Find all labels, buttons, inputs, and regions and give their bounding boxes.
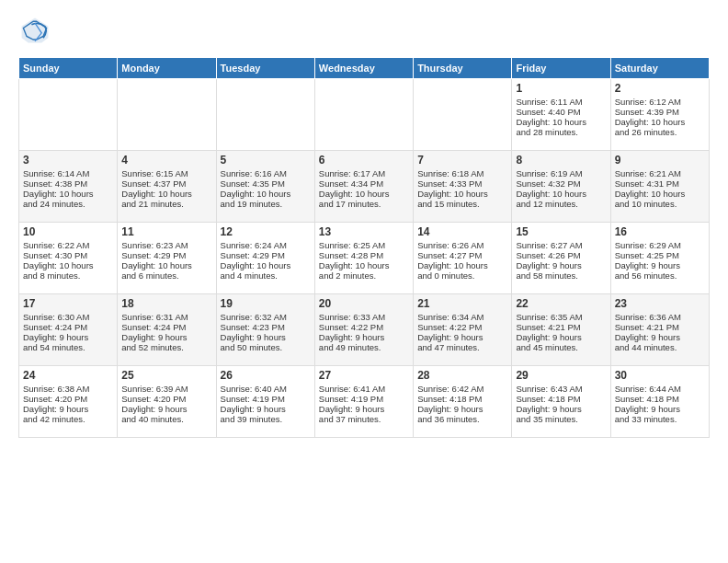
day-cell: 19Sunrise: 6:32 AMSunset: 4:23 PMDayligh… xyxy=(216,294,314,366)
day-cell xyxy=(19,79,118,151)
day-info-line: Sunrise: 6:26 AM xyxy=(417,240,507,250)
day-info-line: and 37 minutes. xyxy=(319,414,409,424)
day-info-line: Daylight: 10 hours xyxy=(319,189,409,199)
day-info-line: Sunset: 4:18 PM xyxy=(516,394,606,404)
day-cell: 23Sunrise: 6:36 AMSunset: 4:21 PMDayligh… xyxy=(610,294,709,366)
day-number: 9 xyxy=(615,154,705,167)
day-info-line: Daylight: 9 hours xyxy=(417,332,507,342)
day-info-line: Sunset: 4:20 PM xyxy=(121,394,211,404)
page: SundayMondayTuesdayWednesdayThursdayFrid… xyxy=(0,0,728,563)
day-info-line: Daylight: 9 hours xyxy=(221,404,311,414)
day-info-line: Daylight: 9 hours xyxy=(319,332,409,342)
day-cell: 27Sunrise: 6:41 AMSunset: 4:19 PMDayligh… xyxy=(314,366,413,438)
day-info-line: Sunset: 4:39 PM xyxy=(615,107,705,117)
day-info-line: Daylight: 10 hours xyxy=(615,117,705,127)
day-info-line: Daylight: 9 hours xyxy=(516,260,606,270)
day-number: 6 xyxy=(319,154,409,167)
day-cell: 22Sunrise: 6:35 AMSunset: 4:21 PMDayligh… xyxy=(512,294,610,366)
day-info-line: Sunset: 4:21 PM xyxy=(516,322,606,332)
day-info-line: Sunset: 4:35 PM xyxy=(221,178,311,189)
day-info-line: Daylight: 10 hours xyxy=(516,117,606,127)
day-cell: 29Sunrise: 6:43 AMSunset: 4:18 PMDayligh… xyxy=(512,366,610,438)
day-info-line: Sunset: 4:22 PM xyxy=(319,322,409,332)
day-info-line: Sunrise: 6:14 AM xyxy=(23,168,113,178)
day-info-line: Sunrise: 6:17 AM xyxy=(319,168,409,178)
day-cell xyxy=(414,79,512,151)
day-number: 15 xyxy=(516,225,606,238)
day-info-line: and 2 minutes. xyxy=(319,270,409,281)
day-number: 26 xyxy=(221,369,311,382)
weekday-header-row: SundayMondayTuesdayWednesdayThursdayFrid… xyxy=(19,58,710,79)
day-info-line: and 6 minutes. xyxy=(121,270,211,281)
day-info-line: and 33 minutes. xyxy=(615,414,705,424)
day-info-line: and 0 minutes. xyxy=(417,270,507,281)
day-cell: 5Sunrise: 6:16 AMSunset: 4:35 PMDaylight… xyxy=(216,151,314,223)
day-number: 24 xyxy=(23,369,113,382)
day-info-line: Sunrise: 6:36 AM xyxy=(615,312,705,322)
day-cell: 4Sunrise: 6:15 AMSunset: 4:37 PMDaylight… xyxy=(118,151,216,223)
day-cell: 25Sunrise: 6:39 AMSunset: 4:20 PMDayligh… xyxy=(118,366,216,438)
day-cell: 21Sunrise: 6:34 AMSunset: 4:22 PMDayligh… xyxy=(414,294,512,366)
day-info-line: and 39 minutes. xyxy=(221,414,311,424)
day-info-line: and 52 minutes. xyxy=(121,342,211,352)
day-info-line: Daylight: 9 hours xyxy=(516,332,606,342)
day-info-line: Sunset: 4:29 PM xyxy=(121,250,211,260)
day-info-line: and 4 minutes. xyxy=(221,270,311,281)
day-number: 25 xyxy=(121,369,211,382)
day-info-line: and 47 minutes. xyxy=(417,342,507,352)
week-row-4: 17Sunrise: 6:30 AMSunset: 4:24 PMDayligh… xyxy=(19,294,710,366)
day-info-line: Sunrise: 6:27 AM xyxy=(516,240,606,250)
day-number: 19 xyxy=(221,297,311,310)
day-info-line: Sunset: 4:18 PM xyxy=(615,394,705,404)
weekday-header-wednesday: Wednesday xyxy=(314,58,413,79)
day-info-line: and 50 minutes. xyxy=(221,342,311,352)
day-info-line: Sunrise: 6:35 AM xyxy=(516,312,606,322)
day-cell: 12Sunrise: 6:24 AMSunset: 4:29 PMDayligh… xyxy=(216,223,314,294)
day-info-line: Sunrise: 6:33 AM xyxy=(319,312,409,322)
day-cell: 15Sunrise: 6:27 AMSunset: 4:26 PMDayligh… xyxy=(512,223,610,294)
day-info-line: and 42 minutes. xyxy=(23,414,113,424)
day-info-line: Sunrise: 6:24 AM xyxy=(221,240,311,250)
day-info-line: and 19 minutes. xyxy=(221,199,311,209)
day-number: 22 xyxy=(516,297,606,310)
day-info-line: Sunset: 4:25 PM xyxy=(615,250,705,260)
day-number: 7 xyxy=(417,154,507,167)
day-info-line: Sunrise: 6:32 AM xyxy=(221,312,311,322)
day-info-line: Sunset: 4:21 PM xyxy=(615,322,705,332)
day-number: 11 xyxy=(121,225,211,238)
day-info-line: Daylight: 10 hours xyxy=(121,189,211,199)
day-cell: 2Sunrise: 6:12 AMSunset: 4:39 PMDaylight… xyxy=(610,79,709,151)
day-number: 29 xyxy=(516,369,606,382)
day-cell: 17Sunrise: 6:30 AMSunset: 4:24 PMDayligh… xyxy=(19,294,118,366)
weekday-header-tuesday: Tuesday xyxy=(216,58,314,79)
day-info-line: Sunset: 4:37 PM xyxy=(121,178,211,189)
day-cell: 24Sunrise: 6:38 AMSunset: 4:20 PMDayligh… xyxy=(19,366,118,438)
day-info-line: Daylight: 9 hours xyxy=(615,404,705,414)
day-info-line: Sunset: 4:29 PM xyxy=(221,250,311,260)
day-info-line: Sunrise: 6:15 AM xyxy=(121,168,211,178)
day-info-line: Sunrise: 6:29 AM xyxy=(615,240,705,250)
day-info-line: and 35 minutes. xyxy=(516,414,606,424)
weekday-header-saturday: Saturday xyxy=(610,58,709,79)
day-info-line: Daylight: 9 hours xyxy=(319,404,409,414)
day-info-line: Sunset: 4:33 PM xyxy=(417,178,507,189)
week-row-3: 10Sunrise: 6:22 AMSunset: 4:30 PMDayligh… xyxy=(19,223,710,294)
day-info-line: Daylight: 9 hours xyxy=(615,260,705,270)
day-info-line: Daylight: 10 hours xyxy=(319,260,409,270)
day-info-line: Daylight: 9 hours xyxy=(23,404,113,414)
day-info-line: Daylight: 10 hours xyxy=(417,260,507,270)
day-info-line: and 36 minutes. xyxy=(417,414,507,424)
day-cell: 10Sunrise: 6:22 AMSunset: 4:30 PMDayligh… xyxy=(19,223,118,294)
day-info-line: Sunrise: 6:30 AM xyxy=(23,312,113,322)
day-cell: 8Sunrise: 6:19 AMSunset: 4:32 PMDaylight… xyxy=(512,151,610,223)
day-number: 12 xyxy=(221,225,311,238)
day-number: 23 xyxy=(615,297,705,310)
day-cell: 13Sunrise: 6:25 AMSunset: 4:28 PMDayligh… xyxy=(314,223,413,294)
day-number: 1 xyxy=(516,82,606,95)
day-cell: 30Sunrise: 6:44 AMSunset: 4:18 PMDayligh… xyxy=(610,366,709,438)
day-cell: 9Sunrise: 6:21 AMSunset: 4:31 PMDaylight… xyxy=(610,151,709,223)
day-number: 28 xyxy=(417,369,507,382)
day-info-line: Daylight: 9 hours xyxy=(121,332,211,342)
day-info-line: Daylight: 10 hours xyxy=(417,189,507,199)
header xyxy=(18,15,710,48)
